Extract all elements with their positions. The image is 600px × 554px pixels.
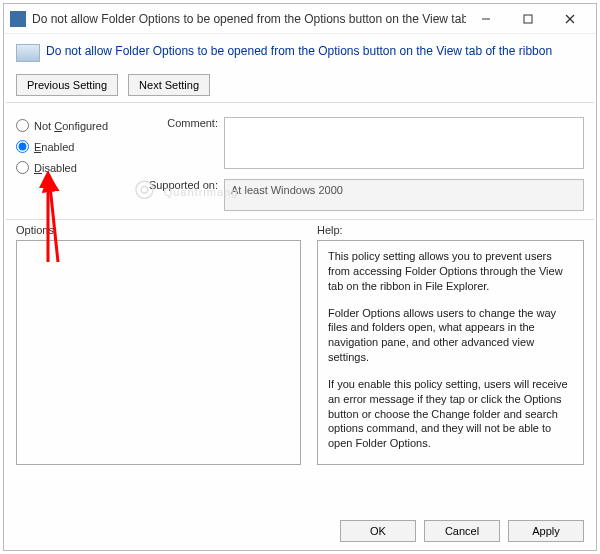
radio-not-configured-label: Not Configured (34, 120, 108, 132)
help-paragraph: If you disable or do not configure this … (328, 463, 573, 465)
help-paragraph: This policy setting allows you to preven… (328, 249, 573, 294)
policy-window: Do not allow Folder Options to be opened… (3, 3, 597, 551)
radio-enabled-input[interactable] (16, 140, 29, 153)
options-panel (16, 240, 301, 465)
comment-label: Comment: (146, 117, 224, 129)
radio-disabled-input[interactable] (16, 161, 29, 174)
radio-not-configured-input[interactable] (16, 119, 29, 132)
svg-rect-1 (524, 15, 532, 23)
radio-disabled[interactable]: Disabled (16, 161, 146, 174)
radio-not-configured[interactable]: Not Configured (16, 119, 146, 132)
help-label: Help: (317, 224, 584, 236)
help-panel[interactable]: This policy setting allows you to preven… (317, 240, 584, 465)
radio-enabled-label: Enabled (34, 141, 74, 153)
policy-header-title: Do not allow Folder Options to be opened… (46, 44, 552, 58)
footer-buttons: OK Cancel Apply (340, 520, 584, 542)
titlebar: Do not allow Folder Options to be opened… (4, 4, 596, 34)
next-setting-button[interactable]: Next Setting (128, 74, 210, 96)
policy-header: Do not allow Folder Options to be opened… (4, 34, 596, 66)
maximize-button[interactable] (508, 7, 548, 31)
supported-label: Supported on: (146, 179, 224, 191)
lower-grid: Options: Help: This policy setting allow… (4, 220, 596, 488)
supported-on-box: At least Windows 2000 (224, 179, 584, 211)
supported-on-value: At least Windows 2000 (231, 184, 343, 196)
policy-icon (10, 11, 26, 27)
cancel-button[interactable]: Cancel (424, 520, 500, 542)
window-buttons (466, 7, 590, 31)
comment-textarea[interactable] (224, 117, 584, 169)
radio-disabled-label: Disabled (34, 162, 77, 174)
help-paragraph: If you enable this policy setting, users… (328, 377, 573, 451)
state-radios: Not Configured Enabled Disabled (16, 117, 146, 174)
previous-setting-button[interactable]: Previous Setting (16, 74, 118, 96)
settings-grid: Not Configured Enabled Disabled Comment:… (4, 103, 596, 219)
radio-enabled[interactable]: Enabled (16, 140, 146, 153)
window-title: Do not allow Folder Options to be opened… (32, 12, 466, 26)
close-button[interactable] (550, 7, 590, 31)
apply-button[interactable]: Apply (508, 520, 584, 542)
ok-button[interactable]: OK (340, 520, 416, 542)
policy-header-icon (16, 44, 40, 62)
minimize-button[interactable] (466, 7, 506, 31)
options-label: Options: (16, 224, 301, 236)
nav-row: Previous Setting Next Setting (4, 66, 596, 102)
help-paragraph: Folder Options allows users to change th… (328, 306, 573, 365)
